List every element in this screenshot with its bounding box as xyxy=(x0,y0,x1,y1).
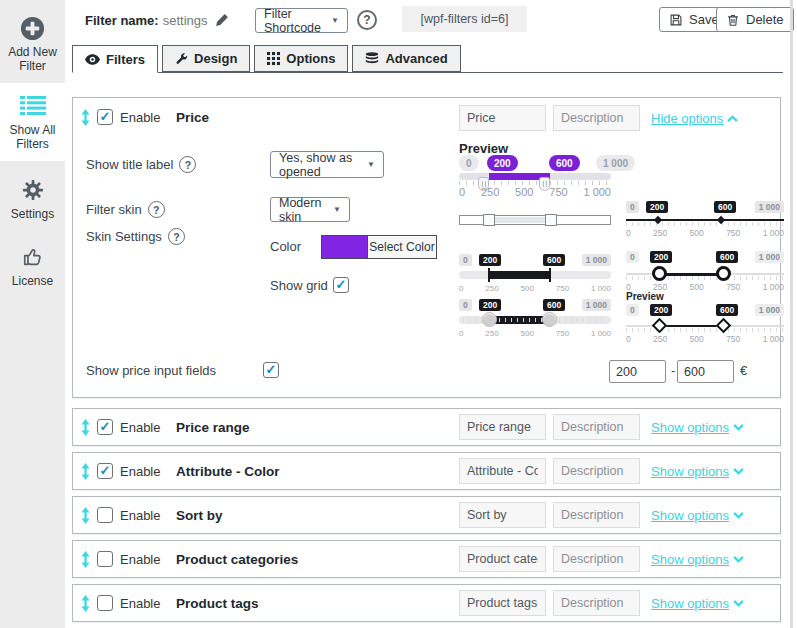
help-icon[interactable]: ? xyxy=(168,228,185,245)
drag-handle-icon[interactable] xyxy=(81,551,90,571)
skin-settings-row: Skin Settings ? xyxy=(86,228,185,245)
sidebar-item-add-new-filter[interactable]: Add New Filter xyxy=(0,0,65,83)
show-options-link[interactable]: Show options xyxy=(651,464,744,479)
currency-symbol: € xyxy=(740,363,747,378)
range-dash: - xyxy=(671,363,675,378)
enable-checkbox[interactable] xyxy=(97,507,113,523)
drag-handle-icon[interactable] xyxy=(81,595,90,615)
enable-checkbox[interactable] xyxy=(97,595,113,611)
sidebar-item-show-all-filters[interactable]: Show All Filters xyxy=(0,83,65,161)
section-title: Price xyxy=(176,110,209,125)
show-title-select[interactable]: Yes, show as opened ▼ xyxy=(270,151,384,178)
select-color-button[interactable]: Select Color xyxy=(321,235,437,259)
show-price-inputs-label: Show price input fields xyxy=(86,363,216,378)
chevron-down-icon xyxy=(733,512,744,519)
drag-handle-icon[interactable] xyxy=(81,419,90,439)
edit-pencil-icon[interactable] xyxy=(215,13,229,30)
enable-label: Enable xyxy=(120,110,160,125)
help-icon[interactable]: ? xyxy=(179,156,196,173)
help-icon[interactable]: ? xyxy=(357,10,377,30)
sidebar-item-label: Add New Filter xyxy=(2,45,63,74)
enable-checkbox[interactable] xyxy=(97,419,113,435)
sidebar-item-settings[interactable]: Settings xyxy=(0,167,65,230)
filter-title-input[interactable] xyxy=(459,414,546,440)
chevron-down-icon xyxy=(733,424,744,431)
filter-description-input[interactable] xyxy=(553,458,640,484)
color-label: Color xyxy=(270,239,301,254)
filter-description-input[interactable] xyxy=(553,502,640,528)
save-icon xyxy=(669,13,683,27)
filter-name-label: Filter name: xyxy=(85,13,159,28)
slider-handle xyxy=(545,214,557,226)
slider-scale: 02505007501 000 xyxy=(459,186,611,198)
filter-description-input[interactable] xyxy=(553,414,640,440)
show-options-link[interactable]: Show options xyxy=(651,596,744,611)
filter-title-input[interactable] xyxy=(459,590,546,616)
chevron-up-icon xyxy=(727,115,738,122)
enable-checkbox[interactable] xyxy=(97,463,113,479)
filter-description-input[interactable] xyxy=(553,590,640,616)
sidebar-item-label: License xyxy=(12,274,53,288)
sidebar-item-license[interactable]: License xyxy=(0,234,65,297)
filter-section-price-range: Enable Price range Show options xyxy=(72,408,781,446)
filter-title-input[interactable] xyxy=(459,502,546,528)
tab-options[interactable]: Options xyxy=(254,45,348,72)
select-color-label: Select Color xyxy=(367,236,436,258)
show-options-link[interactable]: Show options xyxy=(651,508,744,523)
filter-title-input[interactable] xyxy=(459,546,546,572)
slider-pill: 200 xyxy=(487,155,518,171)
price-min-input[interactable] xyxy=(609,360,666,383)
shortcode-value[interactable]: [wpf-filters id=6] xyxy=(402,6,527,32)
skin-preview-diamonds: Preview 0 200 600 1 000 02505007501 000 xyxy=(626,291,784,347)
filter-section-product-categories: Enable Product categories Show options xyxy=(72,540,781,578)
sidebar: Add New Filter Show All Filters Settings… xyxy=(0,0,65,628)
filter-description-input[interactable] xyxy=(553,546,640,572)
preview-label: Preview xyxy=(459,141,508,156)
filter-shortcode-select-value: Filter Shortcode xyxy=(264,7,325,35)
filter-shortcode-select[interactable]: Filter Shortcode ▼ xyxy=(255,8,348,33)
filter-title-input[interactable] xyxy=(459,105,546,131)
slider-pill: 600 xyxy=(549,155,580,171)
show-price-inputs-checkbox[interactable] xyxy=(263,362,279,378)
price-max-input[interactable] xyxy=(677,360,734,383)
skin-preview-bar: 0 200 600 1 000 02505007501 000 xyxy=(459,254,611,296)
hide-options-link[interactable]: Hide options xyxy=(651,111,738,126)
filter-section-price: Enable Price Hide options Preview 0 200 … xyxy=(72,97,781,398)
section-title: Product categories xyxy=(176,552,298,567)
show-options-link[interactable]: Show options xyxy=(651,420,744,435)
tab-design[interactable]: Design xyxy=(162,45,250,72)
delete-button[interactable]: Delete xyxy=(716,7,794,32)
trash-icon xyxy=(726,13,740,27)
enable-checkbox[interactable] xyxy=(97,551,113,567)
filter-description-input[interactable] xyxy=(553,105,640,131)
filter-skin-select[interactable]: Modern skin ▼ xyxy=(270,197,350,222)
chevron-down-icon xyxy=(733,468,744,475)
tab-advanced[interactable]: Advanced xyxy=(352,45,460,72)
hide-options-label: Hide options xyxy=(651,111,723,126)
drag-handle-icon[interactable] xyxy=(81,463,90,483)
show-grid-checkbox[interactable] xyxy=(333,277,349,293)
list-icon xyxy=(20,94,46,118)
show-options-link[interactable]: Show options xyxy=(651,552,744,567)
color-swatch xyxy=(322,236,367,258)
enable-checkbox[interactable] xyxy=(97,109,113,125)
slider-pill: 0 xyxy=(459,155,479,171)
database-icon xyxy=(365,52,379,65)
save-button-label: Save xyxy=(689,12,719,27)
drag-handle-icon[interactable] xyxy=(81,507,90,527)
filter-section-attribute-color: Enable Attribute - Color Show options xyxy=(72,452,781,490)
drag-handle-icon[interactable] xyxy=(81,109,90,129)
tab-filters[interactable]: Filters xyxy=(72,45,158,73)
caret-down-icon: ▼ xyxy=(367,160,375,169)
page-right-edge xyxy=(790,0,793,628)
plugin-admin-page: Add New Filter Show All Filters Settings… xyxy=(0,0,797,628)
show-grid-label: Show grid xyxy=(270,278,328,293)
caret-down-icon: ▼ xyxy=(331,16,339,25)
filter-title-input[interactable] xyxy=(459,458,546,484)
tab-label: Options xyxy=(286,51,335,66)
filter-name-value: settings xyxy=(163,13,208,28)
filter-skin-row: Filter skin ? xyxy=(86,201,165,218)
show-title-label-row: Show title label ? xyxy=(86,156,196,173)
skin-preview-default xyxy=(459,211,611,233)
help-icon[interactable]: ? xyxy=(148,201,165,218)
